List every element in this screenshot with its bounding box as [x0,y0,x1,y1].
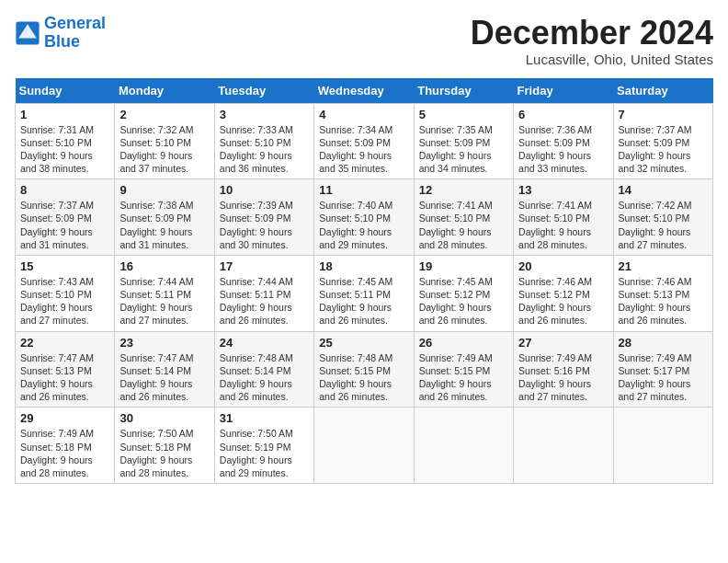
day-number: 19 [419,259,508,273]
day-number: 3 [220,108,309,121]
weekday-header-friday: Friday [514,78,613,104]
day-detail: Sunrise: 7:47 AM Sunset: 5:14 PM Dayligh… [119,351,209,404]
day-detail: Sunrise: 7:37 AM Sunset: 5:09 PM Dayligh… [619,123,708,176]
weekday-header-wednesday: Wednesday [314,78,414,104]
day-number: 9 [119,183,209,197]
day-detail: Sunrise: 7:49 AM Sunset: 5:17 PM Dayligh… [619,351,708,404]
day-detail: Sunrise: 7:43 AM Sunset: 5:10 PM Dayligh… [20,275,109,327]
day-detail: Sunrise: 7:45 AM Sunset: 5:11 PM Dayligh… [319,275,408,327]
calendar-cell: 12Sunrise: 7:41 AM Sunset: 5:10 PM Dayli… [414,179,513,256]
day-detail: Sunrise: 7:45 AM Sunset: 5:12 PM Dayligh… [419,275,508,327]
day-detail: Sunrise: 7:37 AM Sunset: 5:09 PM Dayligh… [20,199,109,251]
day-detail: Sunrise: 7:46 AM Sunset: 5:12 PM Dayligh… [518,275,608,327]
day-number: 17 [220,259,309,273]
calendar-cell: 7Sunrise: 7:37 AM Sunset: 5:09 PM Daylig… [613,103,712,179]
day-number: 20 [518,259,608,273]
day-detail: Sunrise: 7:36 AM Sunset: 5:09 PM Dayligh… [518,123,608,176]
day-detail: Sunrise: 7:44 AM Sunset: 5:11 PM Dayligh… [220,275,309,327]
day-number: 14 [619,183,708,197]
day-detail: Sunrise: 7:49 AM Sunset: 5:15 PM Dayligh… [419,351,508,404]
day-number: 10 [220,183,309,197]
calendar-week-row: 22Sunrise: 7:47 AM Sunset: 5:13 PM Dayli… [16,331,713,408]
day-detail: Sunrise: 7:33 AM Sunset: 5:10 PM Dayligh… [220,123,309,176]
day-number: 29 [20,411,109,425]
title-block: December 2024 Lucasville, Ohio, United S… [471,15,713,67]
weekday-header-thursday: Thursday [414,78,513,104]
day-detail: Sunrise: 7:50 AM Sunset: 5:18 PM Dayligh… [119,427,209,479]
calendar-cell: 13Sunrise: 7:41 AM Sunset: 5:10 PM Dayli… [514,179,613,256]
day-number: 28 [619,336,708,350]
logo: General Blue [15,15,106,52]
calendar-cell [414,408,513,484]
calendar-cell: 17Sunrise: 7:44 AM Sunset: 5:11 PM Dayli… [214,255,313,331]
calendar-cell: 24Sunrise: 7:48 AM Sunset: 5:14 PM Dayli… [214,331,313,408]
day-number: 18 [319,259,408,273]
calendar-cell: 1Sunrise: 7:31 AM Sunset: 5:10 PM Daylig… [16,103,115,179]
weekday-header-monday: Monday [115,78,214,104]
calendar-cell: 28Sunrise: 7:49 AM Sunset: 5:17 PM Dayli… [613,331,712,408]
day-detail: Sunrise: 7:41 AM Sunset: 5:10 PM Dayligh… [518,199,608,251]
day-detail: Sunrise: 7:34 AM Sunset: 5:09 PM Dayligh… [319,123,408,176]
calendar-table: SundayMondayTuesdayWednesdayThursdayFrid… [15,78,713,484]
calendar-cell [613,408,712,484]
calendar-cell: 25Sunrise: 7:48 AM Sunset: 5:15 PM Dayli… [314,331,414,408]
page-header: General Blue December 2024 Lucasville, O… [15,15,713,67]
day-number: 1 [20,108,109,121]
day-detail: Sunrise: 7:46 AM Sunset: 5:13 PM Dayligh… [619,275,708,327]
calendar-week-row: 1Sunrise: 7:31 AM Sunset: 5:10 PM Daylig… [16,103,713,179]
day-number: 30 [119,411,209,425]
calendar-cell: 27Sunrise: 7:49 AM Sunset: 5:16 PM Dayli… [514,331,613,408]
day-detail: Sunrise: 7:41 AM Sunset: 5:10 PM Dayligh… [419,199,508,251]
day-detail: Sunrise: 7:31 AM Sunset: 5:10 PM Dayligh… [20,123,109,176]
day-detail: Sunrise: 7:50 AM Sunset: 5:19 PM Dayligh… [220,427,309,479]
calendar-week-row: 29Sunrise: 7:49 AM Sunset: 5:18 PM Dayli… [16,408,713,484]
day-detail: Sunrise: 7:40 AM Sunset: 5:10 PM Dayligh… [319,199,408,251]
calendar-cell: 26Sunrise: 7:49 AM Sunset: 5:15 PM Dayli… [414,331,513,408]
day-detail: Sunrise: 7:38 AM Sunset: 5:09 PM Dayligh… [119,199,209,251]
day-number: 2 [119,108,209,121]
day-detail: Sunrise: 7:47 AM Sunset: 5:13 PM Dayligh… [20,351,109,404]
day-detail: Sunrise: 7:35 AM Sunset: 5:09 PM Dayligh… [419,123,508,176]
location: Lucasville, Ohio, United States [471,52,713,67]
calendar-cell: 19Sunrise: 7:45 AM Sunset: 5:12 PM Dayli… [414,255,513,331]
day-number: 8 [20,183,109,197]
day-detail: Sunrise: 7:49 AM Sunset: 5:16 PM Dayligh… [518,351,608,404]
day-number: 31 [220,411,309,425]
calendar-cell: 9Sunrise: 7:38 AM Sunset: 5:09 PM Daylig… [115,179,214,256]
calendar-cell: 20Sunrise: 7:46 AM Sunset: 5:12 PM Dayli… [514,255,613,331]
day-detail: Sunrise: 7:42 AM Sunset: 5:10 PM Dayligh… [619,199,708,251]
day-detail: Sunrise: 7:48 AM Sunset: 5:14 PM Dayligh… [220,351,309,404]
calendar-cell [514,408,613,484]
day-number: 13 [518,183,608,197]
weekday-header-saturday: Saturday [613,78,712,104]
logo-icon [15,20,40,46]
day-number: 22 [20,336,109,350]
day-number: 21 [619,259,708,273]
calendar-body: 1Sunrise: 7:31 AM Sunset: 5:10 PM Daylig… [16,103,713,483]
calendar-cell: 11Sunrise: 7:40 AM Sunset: 5:10 PM Dayli… [314,179,414,256]
calendar-cell: 8Sunrise: 7:37 AM Sunset: 5:09 PM Daylig… [16,179,115,256]
calendar-cell: 31Sunrise: 7:50 AM Sunset: 5:19 PM Dayli… [214,408,313,484]
day-number: 25 [319,336,408,350]
weekday-header-tuesday: Tuesday [214,78,313,104]
calendar-cell [314,408,414,484]
day-number: 5 [419,108,508,121]
calendar-week-row: 15Sunrise: 7:43 AM Sunset: 5:10 PM Dayli… [16,255,713,331]
calendar-cell: 14Sunrise: 7:42 AM Sunset: 5:10 PM Dayli… [613,179,712,256]
calendar-cell: 3Sunrise: 7:33 AM Sunset: 5:10 PM Daylig… [214,103,313,179]
day-detail: Sunrise: 7:32 AM Sunset: 5:10 PM Dayligh… [119,123,209,176]
calendar-cell: 18Sunrise: 7:45 AM Sunset: 5:11 PM Dayli… [314,255,414,331]
day-detail: Sunrise: 7:49 AM Sunset: 5:18 PM Dayligh… [20,427,109,479]
calendar-cell: 21Sunrise: 7:46 AM Sunset: 5:13 PM Dayli… [613,255,712,331]
day-number: 27 [518,336,608,350]
day-number: 16 [119,259,209,273]
calendar-header: SundayMondayTuesdayWednesdayThursdayFrid… [16,78,713,104]
day-number: 26 [419,336,508,350]
month-title: December 2024 [471,15,713,52]
calendar-cell: 4Sunrise: 7:34 AM Sunset: 5:09 PM Daylig… [314,103,414,179]
calendar-cell: 15Sunrise: 7:43 AM Sunset: 5:10 PM Dayli… [16,255,115,331]
day-detail: Sunrise: 7:44 AM Sunset: 5:11 PM Dayligh… [119,275,209,327]
weekday-header-sunday: Sunday [16,78,115,104]
day-number: 7 [619,108,708,121]
day-number: 4 [319,108,408,121]
